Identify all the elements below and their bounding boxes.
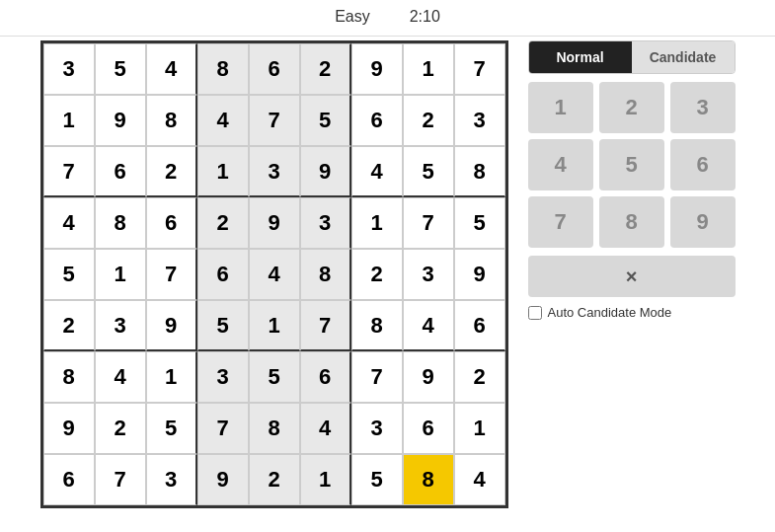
cell-r2-c5[interactable]: 9 — [300, 146, 351, 197]
numpad-button-6[interactable]: 6 — [670, 139, 736, 190]
cell-r5-c7[interactable]: 4 — [403, 300, 454, 351]
auto-candidate-checkbox[interactable] — [528, 306, 542, 320]
numpad-button-9[interactable]: 9 — [670, 196, 736, 248]
cell-r5-c5[interactable]: 7 — [300, 300, 351, 351]
cell-r0-c2[interactable]: 4 — [146, 43, 197, 95]
cell-r3-c3[interactable]: 2 — [197, 197, 249, 249]
cell-r4-c7[interactable]: 3 — [403, 249, 454, 300]
cell-r1-c6[interactable]: 6 — [351, 95, 403, 146]
cell-r5-c8[interactable]: 6 — [454, 300, 505, 351]
right-panel: Normal Candidate 123456789 × Auto Candid… — [528, 40, 736, 320]
cell-r0-c8[interactable]: 7 — [454, 43, 505, 95]
cell-r2-c0[interactable]: 7 — [43, 146, 95, 197]
cell-r5-c6[interactable]: 8 — [351, 300, 403, 351]
cell-r7-c0[interactable]: 9 — [43, 403, 95, 454]
cell-r2-c4[interactable]: 3 — [249, 146, 300, 197]
cell-r7-c5[interactable]: 4 — [300, 403, 351, 454]
cell-r2-c1[interactable]: 6 — [95, 146, 146, 197]
cell-r2-c3[interactable]: 1 — [197, 146, 249, 197]
numpad-button-4[interactable]: 4 — [528, 139, 593, 190]
cell-r7-c7[interactable]: 6 — [403, 403, 454, 454]
cell-r5-c1[interactable]: 3 — [95, 300, 146, 351]
numpad-button-7[interactable]: 7 — [528, 196, 593, 248]
numpad: 123456789 — [528, 82, 736, 248]
cell-r7-c4[interactable]: 8 — [249, 403, 300, 454]
cell-r4-c4[interactable]: 4 — [249, 249, 300, 300]
cell-r0-c6[interactable]: 9 — [351, 43, 403, 95]
cell-r0-c5[interactable]: 2 — [300, 43, 351, 95]
cell-r8-c7[interactable]: 8 — [403, 454, 454, 505]
cell-r7-c8[interactable]: 1 — [454, 403, 505, 454]
cell-r1-c2[interactable]: 8 — [146, 95, 197, 146]
cell-r3-c5[interactable]: 3 — [300, 197, 351, 249]
numpad-button-3[interactable]: 3 — [670, 82, 736, 133]
cell-r3-c6[interactable]: 1 — [351, 197, 403, 249]
cell-r7-c2[interactable]: 5 — [146, 403, 197, 454]
cell-r1-c4[interactable]: 7 — [249, 95, 300, 146]
cell-r6-c4[interactable]: 5 — [249, 351, 300, 403]
cell-r3-c8[interactable]: 5 — [454, 197, 505, 249]
cell-r3-c7[interactable]: 7 — [403, 197, 454, 249]
cell-r1-c7[interactable]: 2 — [403, 95, 454, 146]
cell-r1-c1[interactable]: 9 — [95, 95, 146, 146]
cell-r0-c7[interactable]: 1 — [403, 43, 454, 95]
cell-r2-c2[interactable]: 2 — [146, 146, 197, 197]
cell-r3-c1[interactable]: 8 — [95, 197, 146, 249]
cell-r1-c8[interactable]: 3 — [454, 95, 505, 146]
cell-r6-c5[interactable]: 6 — [300, 351, 351, 403]
cell-r5-c4[interactable]: 1 — [249, 300, 300, 351]
cell-r7-c1[interactable]: 2 — [95, 403, 146, 454]
cell-r5-c0[interactable]: 2 — [43, 300, 95, 351]
cell-r4-c1[interactable]: 1 — [95, 249, 146, 300]
cell-r4-c3[interactable]: 6 — [197, 249, 249, 300]
cell-r3-c0[interactable]: 4 — [43, 197, 95, 249]
cell-r7-c3[interactable]: 7 — [197, 403, 249, 454]
cell-r6-c7[interactable]: 9 — [403, 351, 454, 403]
cell-r6-c8[interactable]: 2 — [454, 351, 505, 403]
cell-r2-c8[interactable]: 8 — [454, 146, 505, 197]
numpad-button-2[interactable]: 2 — [599, 82, 664, 133]
cell-r8-c0[interactable]: 6 — [43, 454, 95, 505]
cell-r8-c5[interactable]: 1 — [300, 454, 351, 505]
cell-r5-c3[interactable]: 5 — [197, 300, 249, 351]
cell-r8-c6[interactable]: 5 — [351, 454, 403, 505]
cell-r4-c0[interactable]: 5 — [43, 249, 95, 300]
mode-toggle: Normal Candidate — [528, 40, 736, 74]
cell-r4-c8[interactable]: 9 — [454, 249, 505, 300]
cell-r6-c6[interactable]: 7 — [351, 351, 403, 403]
cell-r1-c3[interactable]: 4 — [197, 95, 249, 146]
cell-r8-c1[interactable]: 7 — [95, 454, 146, 505]
sudoku-grid[interactable]: 3548629171984756237621394584862931755176… — [40, 40, 508, 508]
cell-r0-c0[interactable]: 3 — [43, 43, 95, 95]
cell-r4-c6[interactable]: 2 — [351, 249, 403, 300]
cell-r0-c1[interactable]: 5 — [95, 43, 146, 95]
cell-r3-c4[interactable]: 9 — [249, 197, 300, 249]
cell-r8-c8[interactable]: 4 — [454, 454, 505, 505]
cell-r3-c2[interactable]: 6 — [146, 197, 197, 249]
numpad-button-1[interactable]: 1 — [528, 82, 593, 133]
cell-r1-c0[interactable]: 1 — [43, 95, 95, 146]
cell-r8-c4[interactable]: 2 — [249, 454, 300, 505]
cell-r6-c2[interactable]: 1 — [146, 351, 197, 403]
cell-r0-c4[interactable]: 6 — [249, 43, 300, 95]
timer-label: 2:10 — [410, 8, 440, 26]
numpad-button-5[interactable]: 5 — [599, 139, 664, 190]
cell-r0-c3[interactable]: 8 — [197, 43, 249, 95]
cell-r8-c3[interactable]: 9 — [197, 454, 249, 505]
cell-r6-c0[interactable]: 8 — [43, 351, 95, 403]
cell-r2-c7[interactable]: 5 — [403, 146, 454, 197]
cell-r2-c6[interactable]: 4 — [351, 146, 403, 197]
cell-r7-c6[interactable]: 3 — [351, 403, 403, 454]
cell-r6-c3[interactable]: 3 — [197, 351, 249, 403]
candidate-mode-button[interactable]: Candidate — [632, 41, 735, 73]
cell-r6-c1[interactable]: 4 — [95, 351, 146, 403]
cell-r5-c2[interactable]: 9 — [146, 300, 197, 351]
cell-r4-c5[interactable]: 8 — [300, 249, 351, 300]
cell-r1-c5[interactable]: 5 — [300, 95, 351, 146]
normal-mode-button[interactable]: Normal — [529, 41, 632, 73]
numpad-button-8[interactable]: 8 — [599, 196, 664, 248]
cell-r8-c2[interactable]: 3 — [146, 454, 197, 505]
delete-button[interactable]: × — [528, 256, 736, 297]
header: Easy 2:10 — [335, 0, 440, 36]
cell-r4-c2[interactable]: 7 — [146, 249, 197, 300]
